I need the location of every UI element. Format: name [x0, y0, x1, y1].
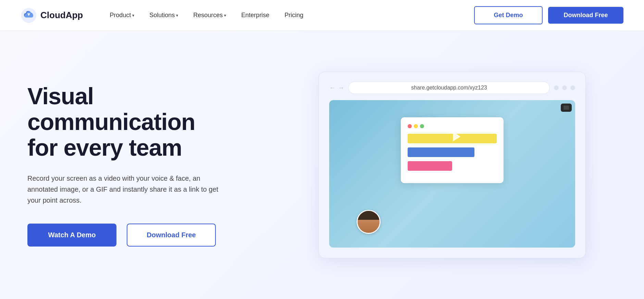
- hero-right: ← → share.getcloudapp.com/xyz123: [267, 72, 623, 258]
- dot-red: [408, 124, 412, 128]
- dot-green: [420, 124, 424, 128]
- browser-top-bar: ← → share.getcloudapp.com/xyz123: [329, 82, 575, 94]
- solutions-chevron-icon: ▾: [176, 13, 178, 18]
- product-chevron-icon: ▾: [132, 13, 134, 18]
- nav-item-solutions[interactable]: Solutions ▾: [143, 9, 184, 22]
- window-traffic-lights: [408, 124, 497, 128]
- hero-section: Visual communication for every team Reco…: [0, 31, 644, 299]
- nav-product-label: Product: [110, 12, 131, 19]
- logo-link[interactable]: CloudApp: [21, 7, 83, 24]
- browser-nav-arrows: ← →: [329, 84, 344, 92]
- camera-icon: [561, 104, 572, 112]
- nav-item-pricing[interactable]: Pricing: [278, 9, 309, 22]
- nav-links: Product ▾ Solutions ▾ Resources ▾ Enterp…: [103, 9, 474, 22]
- browser-control-dot-2: [562, 85, 567, 90]
- nav-resources-label: Resources: [193, 12, 223, 19]
- browser-control-dot-1: [554, 85, 559, 90]
- content-bar-blue: [408, 147, 474, 157]
- nav-pricing-label: Pricing: [284, 12, 303, 19]
- nav-item-product[interactable]: Product ▾: [103, 9, 140, 22]
- inner-window: [401, 117, 504, 183]
- get-demo-button[interactable]: Get Demo: [474, 6, 543, 24]
- resources-chevron-icon: ▾: [224, 13, 226, 18]
- logo-text: CloudApp: [40, 10, 83, 21]
- browser-controls: [554, 85, 575, 90]
- user-avatar: [357, 210, 381, 234]
- content-bar-yellow: [408, 134, 497, 143]
- logo-icon: [21, 7, 37, 24]
- hero-subtitle: Record your screen as a video with your …: [27, 173, 226, 206]
- avatar-face: [358, 211, 380, 233]
- back-arrow-icon[interactable]: ←: [329, 84, 335, 92]
- content-bar-pink: [408, 161, 452, 171]
- dot-yellow: [414, 124, 418, 128]
- browser-mockup: ← → share.getcloudapp.com/xyz123: [319, 72, 586, 258]
- watch-demo-button[interactable]: Watch A Demo: [27, 224, 116, 247]
- play-button-overlay: [449, 130, 462, 143]
- hero-title: Visual communication for every team: [27, 83, 253, 160]
- hero-left: Visual communication for every team Reco…: [27, 83, 267, 246]
- navbar: CloudApp Product ▾ Solutions ▾ Resources…: [0, 0, 644, 31]
- nav-enterprise-label: Enterprise: [241, 12, 269, 19]
- nav-download-free-button[interactable]: Download Free: [548, 7, 623, 24]
- nav-item-enterprise[interactable]: Enterprise: [235, 9, 275, 22]
- nav-actions: Get Demo Download Free: [474, 6, 623, 24]
- nav-item-resources[interactable]: Resources ▾: [187, 9, 232, 22]
- nav-solutions-label: Solutions: [149, 12, 175, 19]
- hero-download-free-button[interactable]: Download Free: [127, 224, 216, 247]
- hero-cta-row: Watch A Demo Download Free: [27, 224, 253, 247]
- forward-arrow-icon[interactable]: →: [338, 84, 344, 92]
- browser-address-bar[interactable]: share.getcloudapp.com/xyz123: [348, 82, 550, 94]
- play-triangle-icon: [453, 132, 460, 141]
- browser-control-dot-3: [570, 85, 575, 90]
- avatar-hair: [358, 211, 380, 220]
- browser-inner-content: [329, 100, 575, 248]
